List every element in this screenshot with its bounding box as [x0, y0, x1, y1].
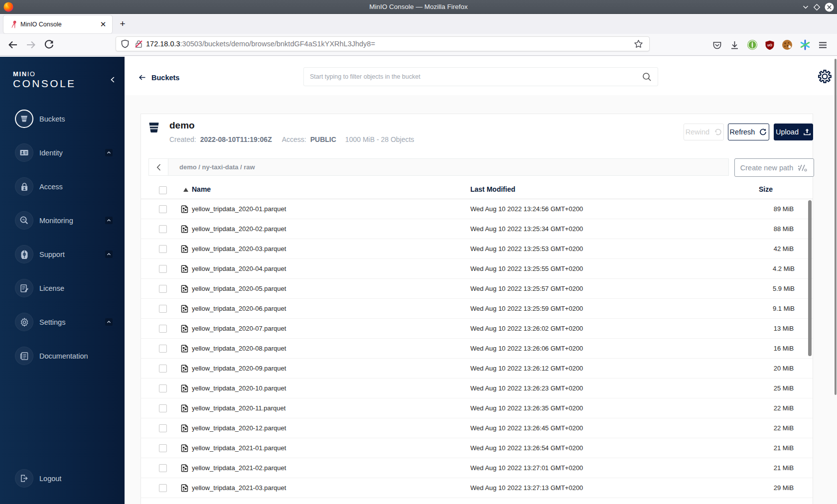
svg-text:uO: uO: [767, 43, 772, 46]
